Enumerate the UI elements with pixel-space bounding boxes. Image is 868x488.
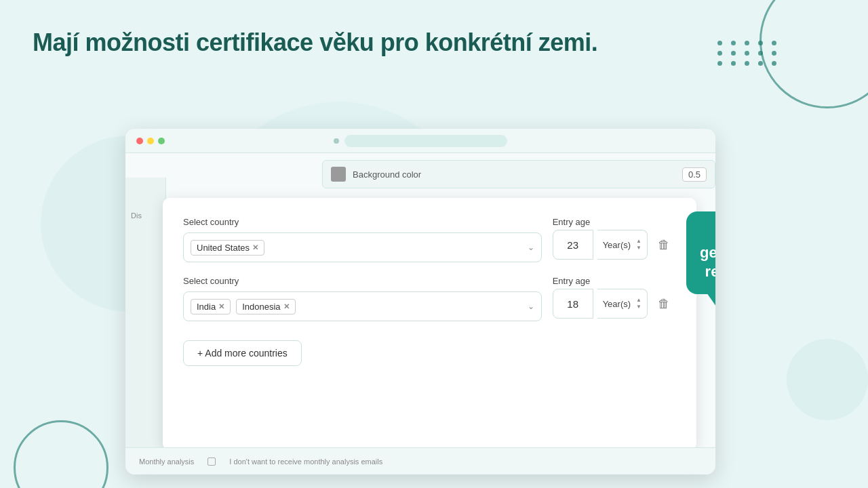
browser-window: Background color 0.5 Dis Set up geograph… <box>125 129 715 474</box>
color-swatch[interactable] <box>331 167 346 182</box>
select-country-label-2: Select country <box>183 276 542 286</box>
left-sidebar: Dis <box>125 178 166 474</box>
opacity-value: 0.5 <box>682 167 707 182</box>
browser-window-controls <box>136 138 165 144</box>
country-tag-us: United States ✕ <box>191 240 264 256</box>
background-color-label: Background color <box>353 169 675 180</box>
age-unit-1[interactable]: Year(s) ▲ ▼ <box>597 230 648 260</box>
age-up-1[interactable]: ▲ <box>636 239 642 244</box>
geo-row-2: Select country India ✕ Indonesia ✕ ⌄ <box>183 276 676 321</box>
bottom-bar: Monthly analysis I don't want to receive… <box>125 447 715 474</box>
url-bar[interactable] <box>344 135 507 147</box>
background-color-row: Background color 0.5 <box>322 160 715 188</box>
country-select-1[interactable]: United States ✕ ⌄ <box>183 232 542 262</box>
age-spinner-2[interactable]: ▲ ▼ <box>636 298 642 310</box>
page-heading: Mají možnosti certifikace věku pro konkr… <box>33 28 597 57</box>
decorative-circle-mid-right <box>787 339 868 420</box>
speech-bubble-tooltip: Set up geographical restrictions <box>686 211 715 294</box>
age-down-1[interactable]: ▼ <box>636 245 642 251</box>
add-more-countries-button[interactable]: + Add more countries <box>183 340 302 366</box>
age-unit-2[interactable]: Year(s) ▲ ▼ <box>597 289 648 319</box>
country-tag-india: India ✕ <box>191 299 231 314</box>
country-tag-indonesia-label: Indonesia <box>242 302 280 312</box>
monthly-analysis-checkbox[interactable] <box>208 458 216 466</box>
entry-age-inputs-1: 23 Year(s) ▲ ▼ 🗑 <box>553 230 676 260</box>
close-icon[interactable] <box>136 138 143 144</box>
age-number-2[interactable]: 18 <box>553 289 593 319</box>
geo-row-1: Select country United States ✕ ⌄ Entry a… <box>183 217 676 262</box>
inner-panel: Background color 0.5 Dis Set up geograph… <box>125 153 715 474</box>
entry-age-label-1: Entry age <box>553 217 676 227</box>
entry-age-container-2: Entry age 18 Year(s) ▲ ▼ 🗑 <box>553 276 676 319</box>
country-tag-india-label: India <box>197 302 216 312</box>
geo-restrictions-modal: Set up geographical restrictions Select … <box>163 198 696 450</box>
age-spinner-1[interactable]: ▲ ▼ <box>636 239 642 251</box>
entry-age-label-2: Entry age <box>553 276 676 286</box>
country-tag-us-close[interactable]: ✕ <box>252 243 258 252</box>
sidebar-dis-label: Dis <box>131 211 142 220</box>
country-tag-india-close[interactable]: ✕ <box>218 302 224 311</box>
entry-age-inputs-2: 18 Year(s) ▲ ▼ 🗑 <box>553 289 676 319</box>
country-tag-indonesia-close[interactable]: ✕ <box>283 302 290 311</box>
dots-grid <box>717 41 780 66</box>
age-down-2[interactable]: ▼ <box>636 304 642 310</box>
age-up-2[interactable]: ▲ <box>636 298 642 303</box>
country-tag-indonesia: Indonesia ✕ <box>236 299 295 314</box>
country-select-2[interactable]: India ✕ Indonesia ✕ ⌄ <box>183 291 542 321</box>
monthly-analysis-label: Monthly analysis <box>139 458 194 466</box>
nav-dot <box>334 138 339 144</box>
decorative-circle-bottom-left <box>14 420 108 488</box>
age-number-1[interactable]: 23 <box>553 230 593 260</box>
country-tag-us-label: United States <box>197 243 250 253</box>
maximize-icon[interactable] <box>158 138 165 144</box>
minimize-icon[interactable] <box>147 138 154 144</box>
select-arrow-1: ⌄ <box>528 243 534 252</box>
select-arrow-2: ⌄ <box>528 302 534 311</box>
delete-row-2[interactable]: 🗑 <box>652 289 676 319</box>
delete-row-1[interactable]: 🗑 <box>652 230 676 260</box>
speech-bubble-text: Set up geographical restrictions <box>700 224 715 280</box>
monthly-analysis-check-label: I don't want to receive monthly analysis… <box>229 458 382 466</box>
browser-toolbar <box>125 129 715 153</box>
entry-age-container-1: Entry age 23 Year(s) ▲ ▼ 🗑 <box>553 217 676 260</box>
select-country-label-1: Select country <box>183 217 542 227</box>
